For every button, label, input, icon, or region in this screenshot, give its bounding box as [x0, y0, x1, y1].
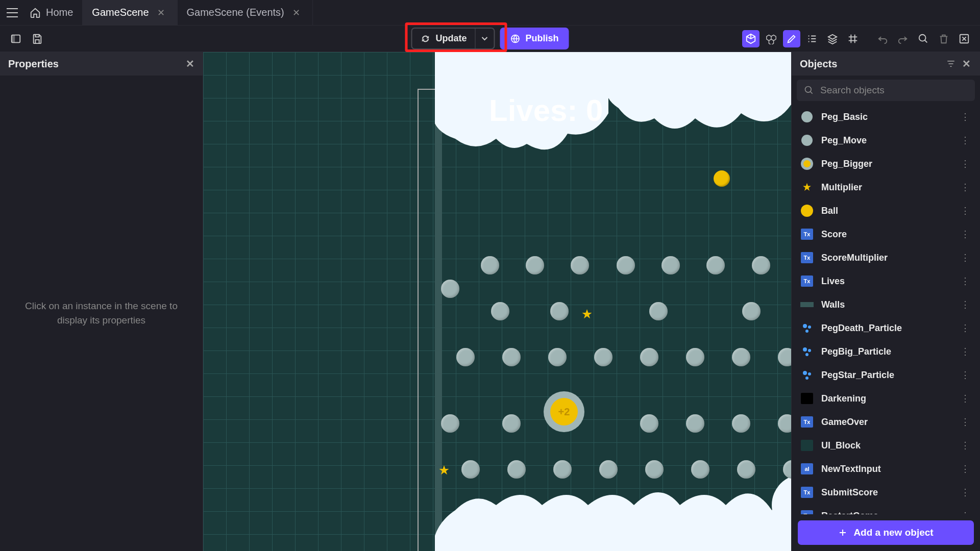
object-item[interactable]: Peg_Bigger ⋮	[797, 152, 975, 176]
object-item[interactable]: Tx GameOver ⋮	[797, 410, 975, 434]
peg[interactable]	[640, 348, 658, 366]
kebab-menu-icon[interactable]: ⋮	[959, 461, 972, 477]
close-icon[interactable]: ✕	[186, 58, 194, 70]
ball[interactable]	[714, 170, 730, 187]
peg[interactable]	[441, 280, 459, 298]
peg[interactable]	[550, 302, 569, 320]
peg[interactable]	[732, 348, 750, 366]
peg[interactable]	[645, 460, 664, 479]
close-icon[interactable]: ✕	[289, 6, 303, 19]
peg-bigger[interactable]: +2	[544, 391, 584, 432]
close-icon[interactable]: ✕	[959, 56, 974, 71]
peg[interactable]	[686, 348, 704, 366]
add-object-button[interactable]: Add a new object	[798, 520, 974, 545]
peg[interactable]	[640, 414, 658, 433]
kebab-menu-icon[interactable]: ⋮	[959, 227, 972, 242]
object-item[interactable]: PegDeath_Particle ⋮	[797, 316, 975, 340]
kebab-menu-icon[interactable]: ⋮	[959, 414, 972, 430]
kebab-menu-icon[interactable]: ⋮	[959, 297, 972, 312]
kebab-menu-icon[interactable]: ⋮	[959, 438, 972, 453]
publish-button[interactable]: Publish	[500, 28, 569, 49]
cube-tool-icon[interactable]	[742, 30, 760, 47]
object-item[interactable]: Ball ⋮	[797, 199, 975, 222]
kebab-menu-icon[interactable]: ⋮	[959, 156, 972, 171]
object-item[interactable]: Tx SubmitScore ⋮	[797, 481, 975, 504]
peg[interactable]	[752, 256, 770, 274]
object-item[interactable]: PegBig_Particle ⋮	[797, 340, 975, 363]
list-tool-icon[interactable]	[803, 30, 821, 47]
peg[interactable]	[742, 302, 761, 320]
peg[interactable]	[502, 348, 521, 366]
peg[interactable]	[571, 256, 589, 274]
peg[interactable]	[553, 460, 572, 479]
scene-canvas[interactable]: Lives: 0 Score: 0 % +2 +2 589;178	[203, 52, 791, 551]
object-item[interactable]: Darkening ⋮	[797, 387, 975, 410]
peg[interactable]	[481, 256, 499, 274]
object-item[interactable]: Tx Score ⋮	[797, 222, 975, 246]
peg[interactable]	[686, 414, 704, 433]
object-item[interactable]: Peg_Move ⋮	[797, 129, 975, 152]
cubes-tool-icon[interactable]	[763, 30, 780, 47]
filter-icon[interactable]	[943, 56, 959, 71]
peg[interactable]	[507, 460, 526, 479]
kebab-menu-icon[interactable]: ⋮	[959, 485, 972, 500]
peg[interactable]	[662, 256, 680, 274]
kebab-menu-icon[interactable]: ⋮	[959, 109, 972, 124]
peg[interactable]	[649, 302, 668, 320]
kebab-menu-icon[interactable]: ⋮	[959, 133, 972, 148]
star[interactable]	[438, 464, 450, 477]
kebab-menu-icon[interactable]: ⋮	[959, 273, 972, 289]
kebab-menu-icon[interactable]: ⋮	[959, 367, 972, 383]
hamburger-menu-icon[interactable]	[4, 5, 20, 21]
panel-left-icon[interactable]	[7, 30, 24, 47]
update-button[interactable]: Update	[412, 29, 475, 48]
peg[interactable]	[441, 414, 459, 433]
peg[interactable]	[594, 348, 612, 366]
kebab-menu-icon[interactable]: ⋮	[959, 320, 972, 336]
object-item[interactable]: Tx RestartGame ⋮	[797, 504, 975, 514]
object-item[interactable]: Multiplier ⋮	[797, 176, 975, 199]
object-item[interactable]: Tx Lives ⋮	[797, 269, 975, 293]
peg[interactable]	[456, 348, 475, 366]
peg[interactable]	[737, 460, 755, 479]
grid-tool-icon[interactable]	[844, 30, 862, 47]
search-input[interactable]	[820, 85, 968, 96]
objects-search[interactable]	[797, 80, 975, 101]
redo-icon[interactable]	[894, 30, 912, 47]
tab-events[interactable]: GameScene (Events) ✕	[178, 0, 313, 26]
trash-icon[interactable]	[935, 30, 952, 47]
edit-tool-icon[interactable]	[783, 30, 800, 47]
kebab-menu-icon[interactable]: ⋮	[959, 203, 972, 218]
kebab-menu-icon[interactable]: ⋮	[959, 391, 972, 406]
save-icon[interactable]	[29, 30, 46, 47]
undo-icon[interactable]	[874, 30, 891, 47]
peg[interactable]	[599, 460, 618, 479]
kebab-menu-icon[interactable]: ⋮	[959, 508, 972, 514]
kebab-menu-icon[interactable]: ⋮	[959, 250, 972, 265]
update-dropdown[interactable]	[475, 29, 494, 48]
object-item[interactable]: UI_Block ⋮	[797, 434, 975, 457]
tab-scene[interactable]: GameScene ✕	[83, 0, 177, 26]
kebab-menu-icon[interactable]: ⋮	[959, 344, 972, 359]
layers-tool-icon[interactable]	[824, 30, 841, 47]
object-item[interactable]: PegStar_Particle ⋮	[797, 363, 975, 387]
settings-tool-icon[interactable]	[955, 30, 973, 47]
tab-home[interactable]: Home	[20, 0, 83, 26]
object-item[interactable]: Walls ⋮	[797, 293, 975, 316]
object-item[interactable]: Peg_Basic ⋮	[797, 105, 975, 129]
peg[interactable]	[617, 256, 635, 274]
peg[interactable]	[461, 460, 480, 479]
peg[interactable]	[706, 256, 725, 274]
zoom-icon[interactable]	[915, 30, 932, 47]
close-icon[interactable]: ✕	[154, 6, 168, 19]
peg[interactable]	[526, 256, 544, 274]
object-item[interactable]: aI NewTextInput ⋮	[797, 457, 975, 481]
kebab-menu-icon[interactable]: ⋮	[959, 180, 972, 195]
peg[interactable]	[502, 414, 521, 433]
star[interactable]	[581, 308, 593, 320]
peg[interactable]	[548, 348, 567, 366]
peg[interactable]	[491, 302, 509, 320]
object-item[interactable]: Tx ScoreMultiplier ⋮	[797, 246, 975, 269]
peg[interactable]	[732, 414, 750, 433]
peg[interactable]	[691, 460, 709, 479]
